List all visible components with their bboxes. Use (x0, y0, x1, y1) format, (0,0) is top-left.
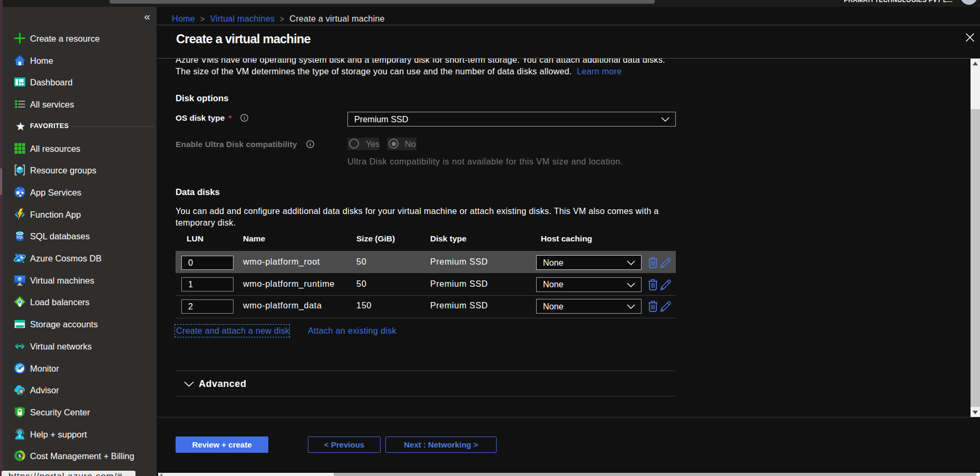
svg-text:$: $ (18, 453, 22, 459)
svg-text:SQL: SQL (16, 236, 23, 240)
